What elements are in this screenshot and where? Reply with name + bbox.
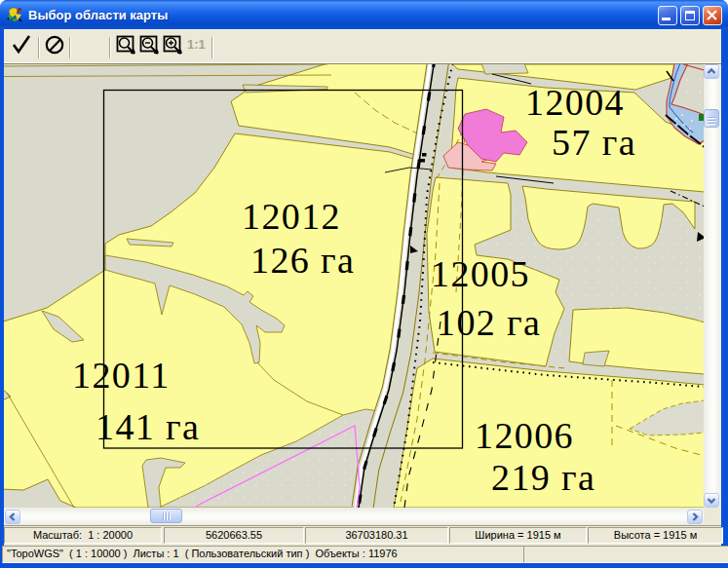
svg-text:57 га: 57 га — [552, 122, 636, 163]
svg-text:126 га: 126 га — [250, 240, 355, 281]
svg-text:12006: 12006 — [475, 415, 574, 456]
svg-text:141 га: 141 га — [96, 406, 200, 447]
svg-text:12004: 12004 — [525, 82, 625, 123]
svg-text:1:1: 1:1 — [187, 37, 206, 52]
svg-text:102 га: 102 га — [437, 302, 541, 343]
svg-text:12005: 12005 — [431, 253, 530, 294]
svg-text:219 га: 219 га — [491, 457, 595, 498]
svg-text:12012: 12012 — [242, 196, 341, 237]
svg-text:12011: 12011 — [72, 355, 171, 396]
